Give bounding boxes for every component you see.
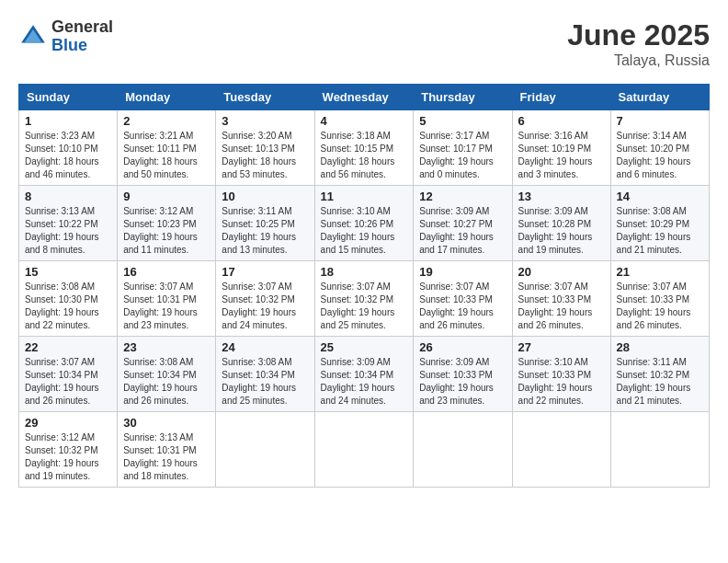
calendar-cell: 22Sunrise: 3:07 AM Sunset: 10:34 PM Dayl… — [19, 337, 118, 412]
day-of-week-header: Friday — [512, 85, 610, 110]
month-title: June 2025 — [567, 18, 710, 52]
day-info: Sunrise: 3:08 AM Sunset: 10:30 PM Daylig… — [25, 281, 111, 332]
calendar-cell: 8Sunrise: 3:13 AM Sunset: 10:22 PM Dayli… — [19, 186, 118, 261]
day-number: 18 — [321, 265, 408, 279]
day-info: Sunrise: 3:08 AM Sunset: 10:34 PM Daylig… — [222, 356, 308, 408]
day-number: 12 — [419, 190, 506, 203]
logo-blue-text: Blue — [51, 37, 113, 55]
day-info: Sunrise: 3:20 AM Sunset: 10:13 PM Daylig… — [222, 130, 308, 181]
day-number: 10 — [222, 190, 308, 203]
day-number: 17 — [222, 265, 308, 279]
day-of-week-header: Wednesday — [314, 85, 414, 110]
day-of-week-header: Monday — [118, 85, 216, 110]
day-info: Sunrise: 3:21 AM Sunset: 10:11 PM Daylig… — [123, 130, 210, 181]
calendar-table: SundayMondayTuesdayWednesdayThursdayFrid… — [18, 84, 710, 488]
day-number: 14 — [617, 190, 703, 203]
day-number: 20 — [518, 265, 605, 279]
calendar-cell: 1Sunrise: 3:23 AM Sunset: 10:10 PM Dayli… — [19, 110, 118, 186]
calendar-cell: 28Sunrise: 3:11 AM Sunset: 10:32 PM Dayl… — [610, 337, 709, 412]
day-number: 15 — [25, 265, 111, 279]
day-info: Sunrise: 3:11 AM Sunset: 10:32 PM Daylig… — [617, 356, 703, 408]
calendar-cell: 11Sunrise: 3:10 AM Sunset: 10:26 PM Dayl… — [314, 186, 414, 261]
day-number: 16 — [123, 265, 210, 279]
calendar-cell: 29Sunrise: 3:12 AM Sunset: 10:32 PM Dayl… — [19, 412, 118, 488]
calendar-cell: 12Sunrise: 3:09 AM Sunset: 10:27 PM Dayl… — [414, 186, 512, 261]
day-info: Sunrise: 3:12 AM Sunset: 10:23 PM Daylig… — [123, 205, 210, 257]
calendar-cell — [414, 412, 512, 488]
day-info: Sunrise: 3:09 AM Sunset: 10:27 PM Daylig… — [419, 205, 506, 257]
day-number: 13 — [518, 190, 605, 203]
calendar-cell: 4Sunrise: 3:18 AM Sunset: 10:15 PM Dayli… — [314, 110, 414, 186]
location: Talaya, Russia — [567, 52, 710, 69]
day-number: 1 — [25, 114, 111, 128]
calendar-cell: 5Sunrise: 3:17 AM Sunset: 10:17 PM Dayli… — [414, 110, 512, 186]
day-number: 23 — [123, 340, 210, 354]
day-info: Sunrise: 3:13 AM Sunset: 10:31 PM Daylig… — [123, 431, 210, 483]
logo-general-text: General — [51, 18, 113, 37]
day-info: Sunrise: 3:14 AM Sunset: 10:20 PM Daylig… — [617, 130, 703, 181]
day-info: Sunrise: 3:07 AM Sunset: 10:33 PM Daylig… — [617, 281, 703, 332]
day-of-week-header: Thursday — [414, 85, 512, 110]
day-info: Sunrise: 3:18 AM Sunset: 10:15 PM Daylig… — [321, 130, 408, 181]
day-number: 19 — [419, 265, 506, 279]
day-number: 6 — [518, 114, 605, 128]
day-number: 9 — [123, 190, 210, 203]
calendar-cell: 13Sunrise: 3:09 AM Sunset: 10:28 PM Dayl… — [512, 186, 610, 261]
calendar-cell: 9Sunrise: 3:12 AM Sunset: 10:23 PM Dayli… — [118, 186, 216, 261]
day-info: Sunrise: 3:07 AM Sunset: 10:34 PM Daylig… — [25, 356, 111, 408]
day-info: Sunrise: 3:11 AM Sunset: 10:25 PM Daylig… — [222, 205, 308, 257]
calendar-cell — [314, 412, 414, 488]
calendar-cell: 3Sunrise: 3:20 AM Sunset: 10:13 PM Dayli… — [216, 110, 314, 186]
calendar-cell: 21Sunrise: 3:07 AM Sunset: 10:33 PM Dayl… — [610, 261, 709, 337]
calendar-cell: 18Sunrise: 3:07 AM Sunset: 10:32 PM Dayl… — [314, 261, 414, 337]
day-of-week-header: Tuesday — [216, 85, 314, 110]
calendar-cell: 7Sunrise: 3:14 AM Sunset: 10:20 PM Dayli… — [610, 110, 709, 186]
calendar-cell: 17Sunrise: 3:07 AM Sunset: 10:32 PM Dayl… — [216, 261, 314, 337]
day-of-week-header: Saturday — [610, 85, 709, 110]
calendar-cell: 10Sunrise: 3:11 AM Sunset: 10:25 PM Dayl… — [216, 186, 314, 261]
title-block: June 2025 Talaya, Russia — [567, 18, 710, 69]
calendar-week-row: 8Sunrise: 3:13 AM Sunset: 10:22 PM Dayli… — [19, 186, 710, 261]
day-number: 11 — [321, 190, 408, 203]
day-number: 2 — [123, 114, 210, 128]
calendar-cell: 14Sunrise: 3:08 AM Sunset: 10:29 PM Dayl… — [610, 186, 709, 261]
calendar-cell: 20Sunrise: 3:07 AM Sunset: 10:33 PM Dayl… — [512, 261, 610, 337]
calendar-week-row: 1Sunrise: 3:23 AM Sunset: 10:10 PM Dayli… — [19, 110, 710, 186]
logo: General Blue — [18, 18, 113, 55]
day-info: Sunrise: 3:17 AM Sunset: 10:17 PM Daylig… — [419, 130, 506, 181]
day-info: Sunrise: 3:09 AM Sunset: 10:28 PM Daylig… — [518, 205, 605, 257]
day-info: Sunrise: 3:07 AM Sunset: 10:33 PM Daylig… — [419, 281, 506, 332]
day-number: 22 — [25, 340, 111, 354]
calendar-cell — [216, 412, 314, 488]
day-number: 5 — [419, 114, 506, 128]
calendar-week-row: 29Sunrise: 3:12 AM Sunset: 10:32 PM Dayl… — [19, 412, 710, 488]
calendar-cell: 19Sunrise: 3:07 AM Sunset: 10:33 PM Dayl… — [414, 261, 512, 337]
day-info: Sunrise: 3:10 AM Sunset: 10:26 PM Daylig… — [321, 205, 408, 257]
day-number: 4 — [321, 114, 408, 128]
day-number: 26 — [419, 340, 506, 354]
calendar-cell: 25Sunrise: 3:09 AM Sunset: 10:34 PM Dayl… — [314, 337, 414, 412]
calendar-cell: 26Sunrise: 3:09 AM Sunset: 10:33 PM Dayl… — [414, 337, 512, 412]
calendar-cell: 16Sunrise: 3:07 AM Sunset: 10:31 PM Dayl… — [118, 261, 216, 337]
day-info: Sunrise: 3:16 AM Sunset: 10:19 PM Daylig… — [518, 130, 605, 181]
day-info: Sunrise: 3:07 AM Sunset: 10:32 PM Daylig… — [321, 281, 408, 332]
calendar-week-row: 15Sunrise: 3:08 AM Sunset: 10:30 PM Dayl… — [19, 261, 710, 337]
day-number: 3 — [222, 114, 308, 128]
day-info: Sunrise: 3:07 AM Sunset: 10:32 PM Daylig… — [222, 281, 308, 332]
calendar-cell: 27Sunrise: 3:10 AM Sunset: 10:33 PM Dayl… — [512, 337, 610, 412]
calendar-cell: 6Sunrise: 3:16 AM Sunset: 10:19 PM Dayli… — [512, 110, 610, 186]
day-number: 29 — [25, 416, 111, 430]
day-info: Sunrise: 3:13 AM Sunset: 10:22 PM Daylig… — [25, 205, 111, 257]
calendar-cell: 23Sunrise: 3:08 AM Sunset: 10:34 PM Dayl… — [118, 337, 216, 412]
day-of-week-header: Sunday — [19, 85, 118, 110]
day-number: 27 — [518, 340, 605, 354]
day-info: Sunrise: 3:07 AM Sunset: 10:33 PM Daylig… — [518, 281, 605, 332]
day-info: Sunrise: 3:23 AM Sunset: 10:10 PM Daylig… — [25, 130, 111, 181]
day-number: 28 — [617, 340, 703, 354]
calendar-cell: 30Sunrise: 3:13 AM Sunset: 10:31 PM Dayl… — [118, 412, 216, 488]
day-info: Sunrise: 3:12 AM Sunset: 10:32 PM Daylig… — [25, 431, 111, 483]
day-number: 24 — [222, 340, 308, 354]
calendar-cell: 2Sunrise: 3:21 AM Sunset: 10:11 PM Dayli… — [118, 110, 216, 186]
day-info: Sunrise: 3:09 AM Sunset: 10:33 PM Daylig… — [419, 356, 506, 408]
calendar-cell: 24Sunrise: 3:08 AM Sunset: 10:34 PM Dayl… — [216, 337, 314, 412]
